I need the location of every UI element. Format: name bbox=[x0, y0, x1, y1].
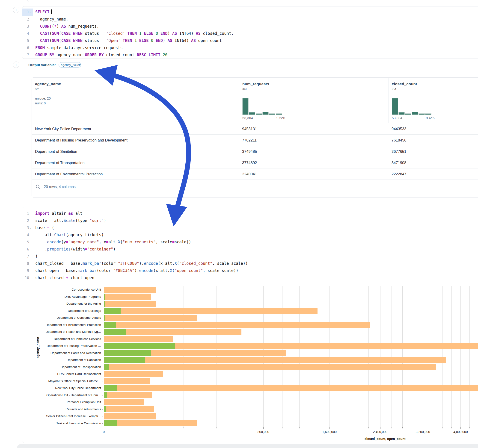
line-number: 9 bbox=[22, 267, 33, 274]
line-number: 3 bbox=[22, 23, 33, 30]
sql-code-editor[interactable]: SELECT agency_name, COUNT(*) AS num_requ… bbox=[33, 6, 478, 59]
table-cell-value: 3471908 bbox=[388, 157, 478, 168]
line-number: 4 bbox=[22, 231, 33, 238]
code-line[interactable]: base = ( bbox=[35, 224, 478, 231]
code-line[interactable]: GROUP BY agency_name ORDER BY closed_cou… bbox=[35, 51, 478, 59]
hist-min-label: 53,304 bbox=[392, 116, 402, 120]
line-number: 2 bbox=[22, 217, 33, 224]
code-line[interactable]: chart_open = base.mark_bar(color="#8BC34… bbox=[35, 267, 478, 274]
code-line[interactable]: alt.Chart(agency_tickets) bbox=[35, 231, 478, 238]
table-cell-value: 2240041 bbox=[239, 168, 388, 180]
hist-min-label: 53,304 bbox=[242, 116, 253, 120]
code-line[interactable]: COUNT(*) AS num_requests, bbox=[35, 23, 478, 30]
add-cell-button-top[interactable]: + bbox=[13, 7, 19, 13]
line-number: 7 bbox=[22, 253, 33, 260]
table-cell-agency: Department of Housing Preservation and D… bbox=[32, 134, 239, 146]
result-table-card: agency_namestrunique: 20nulls: 0num_requ… bbox=[31, 77, 478, 198]
hist-max-label: 9.5e6 bbox=[277, 116, 285, 120]
code-line[interactable]: .properties(width="container") bbox=[35, 246, 478, 253]
python-line-numbers: 123⌄45678910 bbox=[22, 207, 33, 283]
table-cell-value: 2222847 bbox=[388, 168, 478, 180]
sql-line-numbers: 1⌄234567 bbox=[22, 6, 33, 59]
output-variable-pill[interactable]: agency_tickets bbox=[59, 62, 81, 68]
table-cell-value: 9443533 bbox=[388, 123, 478, 134]
sql-cell: 1⌄234567 SELECT agency_name, COUNT(*) AS… bbox=[22, 6, 478, 59]
result-table: agency_namestrunique: 20nulls: 0num_requ… bbox=[32, 78, 478, 194]
code-line[interactable]: CAST(SUM(CASE WHEN status = 'Open' THEN … bbox=[35, 37, 478, 44]
table-footer: 20 rows, 4 columns bbox=[32, 180, 478, 194]
code-line[interactable]: ) bbox=[35, 253, 478, 260]
code-line[interactable]: FROM sample_data.nyc.service_requests bbox=[35, 44, 478, 51]
code-line[interactable]: SELECT bbox=[35, 8, 478, 16]
table-cell-agency: Department of Transportation bbox=[32, 157, 239, 168]
hist-max-label: 9.4e6 bbox=[426, 116, 435, 120]
column-header-num_requests[interactable]: num_requestsi6453,3049.5e6 bbox=[239, 78, 388, 123]
line-number: 5 bbox=[22, 37, 33, 44]
line-number: 3⌄ bbox=[22, 224, 33, 231]
table-cell-agency: New York City Police Department bbox=[32, 123, 239, 134]
previous-cell-edge bbox=[27, 0, 478, 2]
table-cell-value: 3749485 bbox=[239, 146, 388, 157]
code-line[interactable]: .encode(y="agency_name", x=alt.X("num_re… bbox=[35, 238, 478, 246]
table-cell-value: 7782211 bbox=[239, 134, 388, 146]
line-number: 6 bbox=[22, 246, 33, 253]
column-header-agency_name[interactable]: agency_namestrunique: 20nulls: 0 bbox=[32, 78, 239, 123]
table-cell-value: 3677651 bbox=[388, 146, 478, 157]
line-number: 4 bbox=[22, 30, 33, 37]
table-cell-agency: Department of Environmental Protection bbox=[32, 168, 239, 180]
line-number: 1⌄ bbox=[22, 8, 33, 16]
output-variable-row: Output variable: agency_tickets bbox=[28, 62, 81, 68]
line-number: 7 bbox=[22, 51, 33, 59]
search-icon[interactable] bbox=[36, 184, 41, 189]
python-cell: 123⌄45678910 import altair as altscale =… bbox=[22, 207, 478, 443]
line-number: 2 bbox=[22, 16, 33, 23]
line-number: 5 bbox=[22, 238, 33, 246]
output-variable-label: Output variable: bbox=[28, 63, 56, 67]
line-number: 8 bbox=[22, 260, 33, 267]
table-cell-agency: Department of Sanitation bbox=[32, 146, 239, 157]
next-cell-edge bbox=[17, 444, 478, 448]
code-line[interactable]: agency_name, bbox=[35, 16, 478, 23]
table-cell-value: 9453131 bbox=[239, 123, 388, 134]
add-cell-button-middle[interactable]: + bbox=[13, 62, 19, 68]
code-line[interactable]: chart_closed = base.mark_bar(color="#FFC… bbox=[35, 260, 478, 267]
line-number: 10 bbox=[22, 274, 33, 281]
table-cell-value: 7618456 bbox=[388, 134, 478, 146]
code-line[interactable]: scale = alt.Scale(type="sqrt") bbox=[35, 217, 478, 224]
column-header-closed_count[interactable]: closed_counti6453,3049.4e6 bbox=[388, 78, 478, 123]
code-line[interactable]: CAST(SUM(CASE WHEN status = 'Closed' THE… bbox=[35, 30, 478, 37]
text-caret bbox=[51, 9, 52, 14]
code-line[interactable]: import altair as alt bbox=[35, 210, 478, 217]
python-code-editor[interactable]: import altair as altscale = alt.Scale(ty… bbox=[33, 207, 478, 283]
row-count-label: 20 rows, 4 columns bbox=[44, 185, 76, 189]
code-line[interactable]: chart_closed + chart_open bbox=[35, 274, 478, 281]
line-number: 1 bbox=[22, 210, 33, 217]
line-number: 6 bbox=[22, 44, 33, 51]
column-histogram bbox=[242, 97, 282, 115]
table-cell-value: 3774892 bbox=[239, 157, 388, 168]
column-histogram bbox=[392, 97, 431, 115]
